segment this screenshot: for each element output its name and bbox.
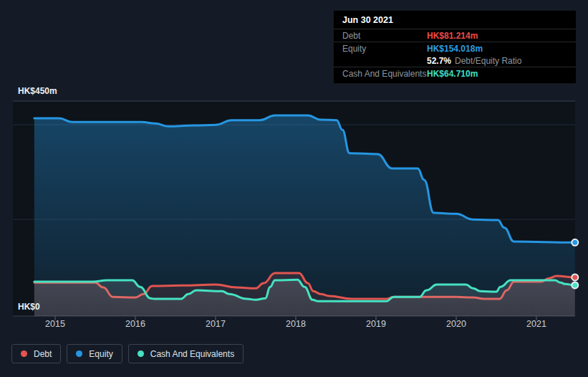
tooltip-debt-value: HK$81.214m xyxy=(427,31,478,41)
x-axis-label-2016: 2016 xyxy=(114,319,157,329)
legend-dot-equity xyxy=(76,350,82,357)
tooltip-date: Jun 30 2021 xyxy=(334,11,576,29)
debt-equity-history-page: { "tooltip": { "date": "Jun 30 2021", "d… xyxy=(0,0,588,377)
tooltip-ratio-value: 52.7% xyxy=(427,56,451,66)
tooltip-equity-value: HK$154.018m xyxy=(427,44,483,54)
legend-label: Equity xyxy=(89,349,112,359)
legend-item-equity[interactable]: Equity xyxy=(67,344,122,363)
x-axis-label-2021: 2021 xyxy=(515,319,558,329)
legend-item-cash-and-equivalents[interactable]: Cash And Equivalents xyxy=(128,344,244,363)
tooltip-debt-label: Debt xyxy=(342,31,427,41)
tooltip-row-cash: Cash And Equivalents HK$64.710m xyxy=(334,67,576,80)
legend-dot-cash-and-equivalents xyxy=(138,350,144,357)
debt-endpoint-marker[interactable] xyxy=(572,274,578,280)
x-axis-label-2015: 2015 xyxy=(34,319,77,329)
chart-legend: DebtEquityCash And Equivalents xyxy=(11,344,244,363)
x-axis-label-2017: 2017 xyxy=(194,319,237,329)
x-axis-label-2020: 2020 xyxy=(435,319,478,329)
tooltip-ratio-label: Debt/Equity Ratio xyxy=(455,56,521,66)
tooltip-equity-label: Equity xyxy=(342,44,427,54)
cash-and-equivalents-endpoint-marker[interactable] xyxy=(572,282,578,288)
y-axis-max-label: HK$450m xyxy=(18,86,57,96)
equity-endpoint-marker[interactable] xyxy=(572,239,578,246)
legend-item-debt[interactable]: Debt xyxy=(11,344,61,363)
tooltip-cash-value: HK$64.710m xyxy=(427,69,478,79)
tooltip-row-ratio: 52.7% Debt/Equity Ratio xyxy=(334,54,576,67)
x-axis-label-2018: 2018 xyxy=(274,319,317,329)
legend-dot-debt xyxy=(21,350,27,357)
legend-label: Debt xyxy=(34,349,52,359)
tooltip-cash-label: Cash And Equivalents xyxy=(342,69,427,79)
chart-tooltip: Jun 30 2021 Debt HK$81.214m Equity HK$15… xyxy=(333,10,577,84)
tooltip-row-debt: Debt HK$81.214m xyxy=(334,29,576,42)
y-axis-min-label: HK$0 xyxy=(18,302,40,312)
legend-label: Cash And Equivalents xyxy=(150,349,234,359)
tooltip-row-equity: Equity HK$154.018m xyxy=(334,42,576,54)
x-axis-label-2019: 2019 xyxy=(355,319,397,329)
